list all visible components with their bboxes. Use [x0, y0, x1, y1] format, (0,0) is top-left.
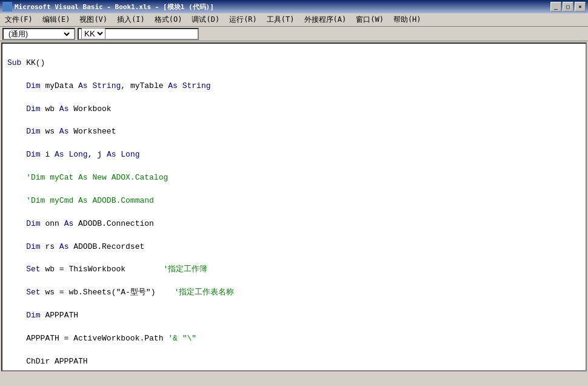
- menu-format[interactable]: 格式(O): [150, 13, 187, 26]
- menu-help[interactable]: 帮助(H): [389, 13, 426, 26]
- menu-run[interactable]: 运行(R): [224, 13, 262, 26]
- proc-select[interactable]: KK: [81, 28, 105, 39]
- menu-addins[interactable]: 外接程序(A): [299, 13, 352, 26]
- app-icon: [2, 2, 12, 12]
- menu-debug[interactable]: 调试(D): [187, 13, 224, 26]
- minimize-button[interactable]: _: [550, 2, 561, 12]
- code-editor[interactable]: Sub KK() Dim myData As String, myTable A…: [1, 42, 587, 371]
- title-buttons: _ □ ×: [550, 2, 586, 12]
- menu-window[interactable]: 窗口(W): [351, 13, 389, 26]
- menu-view[interactable]: 视图(V): [75, 13, 112, 26]
- title-bar: Microsoft Visual Basic - Book1.xls - [模块…: [0, 0, 588, 13]
- menu-file[interactable]: 文件(F): [0, 13, 38, 26]
- menu-tools[interactable]: 工具(T): [262, 13, 299, 26]
- menu-insert[interactable]: 插入(I): [112, 13, 150, 26]
- code-content: Sub KK() Dim myData As String, myTable A…: [2, 44, 586, 371]
- code-toolbar: (通用) KK: [0, 27, 588, 41]
- title-text: Microsoft Visual Basic - Book1.xls - [模块…: [15, 2, 550, 12]
- menu-edit[interactable]: 编辑(E): [38, 13, 75, 26]
- scope-dropdown[interactable]: (通用): [2, 28, 75, 40]
- menu-bar: 文件(F) 编辑(E) 视图(V) 插入(I) 格式(O) 调试(D) 运行(R…: [0, 13, 588, 27]
- close-button[interactable]: ×: [575, 2, 586, 12]
- maximize-button[interactable]: □: [563, 2, 573, 12]
- proc-dropdown[interactable]: KK: [78, 28, 199, 40]
- scope-select[interactable]: (通用): [6, 29, 72, 39]
